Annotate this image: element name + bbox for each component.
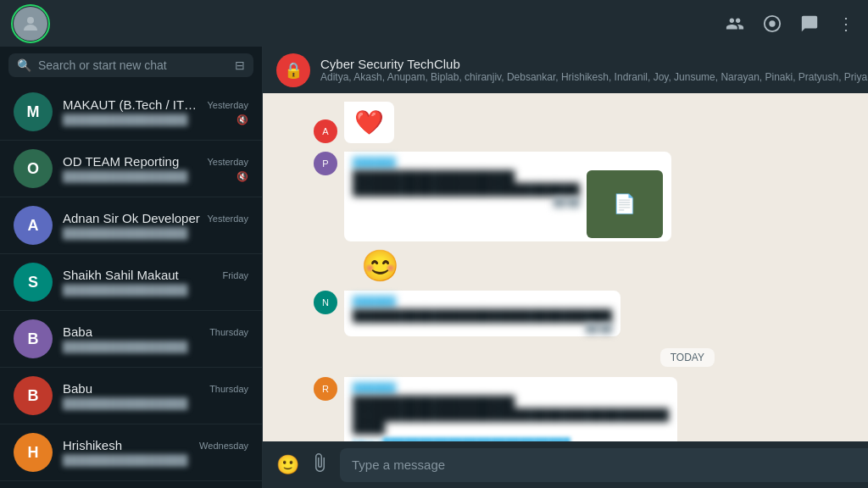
- new-chat-icon[interactable]: [800, 14, 819, 33]
- message-input[interactable]: [340, 448, 868, 482]
- msg-sender: ██████: [353, 296, 612, 308]
- attach-icon[interactable]: [309, 452, 330, 478]
- chat-item-od-team[interactable]: O OD TEAM Reporting Yesterday ██████████…: [0, 141, 262, 197]
- top-bar-icons: ⋮: [726, 14, 854, 34]
- msg-bubble: ❤️: [344, 102, 394, 143]
- msg-avatar: A: [314, 119, 337, 143]
- chat-preview: ████████████████: [63, 227, 248, 240]
- group-lock-badge: 🔒: [276, 53, 310, 87]
- chat-name: Hrishikesh: [63, 438, 122, 452]
- chat-name-row: Babu Thursday: [63, 381, 248, 396]
- chat-avatar: H: [14, 433, 53, 472]
- chat-name-row: MAKAUT (B.Tech / IT)21-22 Yesterday: [63, 97, 248, 112]
- date-divider: TODAY: [660, 348, 715, 367]
- chat-avatar: A: [14, 206, 53, 245]
- chat-preview: ████████████████: [63, 397, 248, 410]
- chat-name: Shaikh Sahil Makaut: [63, 268, 179, 282]
- chat-time: Friday: [222, 270, 248, 280]
- chat-header-members: Aditya, Akash, Anupam, Biplab, chiranjiv…: [320, 71, 868, 83]
- chat-time: Yesterday: [207, 214, 248, 224]
- chat-time: Thursday: [209, 384, 248, 394]
- msg-text: ████████████████████████████████████████…: [353, 396, 669, 434]
- chat-name: Baba: [63, 324, 92, 339]
- chat-item-hrishikesh[interactable]: H Hrishikesh Wednesday ████████████████: [0, 424, 262, 481]
- chat-preview-row: ████████████████: [63, 397, 248, 410]
- message-row: P ██████ ███████████████████████████████…: [314, 152, 868, 241]
- user-avatar[interactable]: [14, 7, 47, 41]
- chat-time: Yesterday: [207, 100, 248, 110]
- chat-avatar: B: [14, 319, 53, 358]
- chat-info: Hrishikesh Wednesday ████████████████: [63, 438, 248, 467]
- search-bar: 🔍 ⊟: [0, 47, 262, 84]
- emoji-bubble: 😊: [356, 247, 387, 286]
- mute-icon: 🔇: [236, 171, 248, 182]
- chat-item-babu[interactable]: B Babu Thursday ████████████████: [0, 368, 262, 424]
- msg-text: ████████████████████████████████: [353, 309, 612, 322]
- msg-avatar: R: [314, 377, 337, 401]
- chat-header-name: Cyber Security TechClub: [320, 57, 868, 71]
- search-icon: 🔍: [17, 58, 31, 72]
- msg-sender: ██████: [353, 157, 663, 169]
- message-row: R ██████ ███████████████████████████████…: [314, 377, 868, 441]
- chat-item-baba[interactable]: B Baba Thursday ████████████████: [0, 311, 262, 368]
- search-input[interactable]: [38, 58, 228, 72]
- chat-item-makaut[interactable]: M MAKAUT (B.Tech / IT)21-22 Yesterday ██…: [0, 84, 262, 141]
- chat-name-row: Baba Thursday: [63, 324, 248, 339]
- chat-item-rittik[interactable]: R Rittik Makaut Wednesday ██████████████…: [0, 481, 262, 488]
- chat-name-row: OD TEAM Reporting Yesterday: [63, 154, 248, 169]
- input-area: 🙂: [263, 441, 868, 488]
- filter-icon[interactable]: ⊟: [235, 58, 245, 72]
- chat-item-shaikh[interactable]: S Shaikh Sahil Makaut Friday ███████████…: [0, 254, 262, 311]
- mute-icon: 🔇: [236, 114, 248, 125]
- msg-text: ████████████████████████████████████████…: [353, 170, 580, 196]
- communities-icon[interactable]: [726, 14, 744, 33]
- msg-time: ██:██: [353, 324, 612, 333]
- chat-header: 🔒 Cyber Security TechClub Aditya, Akash,…: [263, 47, 868, 93]
- message-row: 😊: [314, 247, 396, 286]
- message-row: A ❤️: [314, 102, 868, 143]
- chat-preview-row: ████████████████: [63, 227, 248, 240]
- chat-preview: ████████████████: [63, 114, 233, 126]
- main-layout: 🔍 ⊟ M MAKAUT (B.Tech / IT)21-22 Yesterda…: [0, 47, 868, 488]
- emoji-picker-icon[interactable]: 🙂: [276, 454, 299, 476]
- chat-preview: ████████████████: [63, 454, 248, 467]
- chat-time: Thursday: [209, 327, 248, 337]
- chat-list: M MAKAUT (B.Tech / IT)21-22 Yesterday ██…: [0, 84, 262, 488]
- chat-time: Yesterday: [207, 157, 248, 167]
- chat-avatar: M: [14, 92, 53, 131]
- top-bar: ⋮: [0, 0, 868, 47]
- chat-preview: ████████████████: [63, 341, 248, 353]
- chat-info: Babu Thursday ████████████████: [63, 381, 248, 410]
- msg-time: ██:██: [353, 197, 580, 207]
- chat-name-row: Hrishikesh Wednesday: [63, 438, 248, 452]
- msg-avatar: P: [314, 152, 337, 175]
- messages-area: A ❤️ P ██████ ██████████████████████████…: [263, 93, 868, 441]
- menu-icon[interactable]: ⋮: [837, 14, 854, 34]
- chat-name: OD TEAM Reporting: [63, 154, 179, 169]
- msg-image: 📄: [587, 170, 663, 238]
- status-icon[interactable]: [763, 14, 782, 33]
- svg-point-2: [769, 20, 775, 26]
- chat-preview-row: ████████████████: [63, 341, 248, 353]
- chat-header-info[interactable]: Cyber Security TechClub Aditya, Akash, A…: [320, 57, 868, 83]
- chat-avatar: S: [14, 263, 53, 302]
- chat-avatar: B: [14, 376, 53, 415]
- sidebar: 🔍 ⊟ M MAKAUT (B.Tech / IT)21-22 Yesterda…: [0, 47, 263, 488]
- chat-item-adnan[interactable]: A Adnan Sir Ok Developer Yesterday █████…: [0, 197, 262, 254]
- msg-sender: ██████: [353, 382, 669, 394]
- chat-info: OD TEAM Reporting Yesterday ████████████…: [63, 154, 248, 183]
- message-row: N ██████ ███████████████████████████████…: [314, 291, 868, 336]
- chat-name: Babu: [63, 381, 92, 396]
- top-bar-left: [14, 7, 47, 41]
- chat-info: Shaikh Sahil Makaut Friday █████████████…: [63, 268, 248, 297]
- msg-content: ████████████████████████████████████████…: [353, 170, 663, 238]
- chat-name-row: Shaikh Sahil Makaut Friday: [63, 268, 248, 282]
- msg-bubble: ██████ █████████████████████████████████…: [344, 152, 671, 241]
- chat-avatar: O: [14, 149, 53, 188]
- chat-preview-row: ████████████████ 🔇: [63, 114, 248, 126]
- chat-area: 🔒 Cyber Security TechClub Aditya, Akash,…: [263, 47, 868, 488]
- chat-preview-row: ████████████████: [63, 454, 248, 467]
- chat-name-row: Adnan Sir Ok Developer Yesterday: [63, 211, 248, 225]
- msg-avatar: N: [314, 291, 337, 314]
- chat-preview: ████████████████: [63, 170, 233, 183]
